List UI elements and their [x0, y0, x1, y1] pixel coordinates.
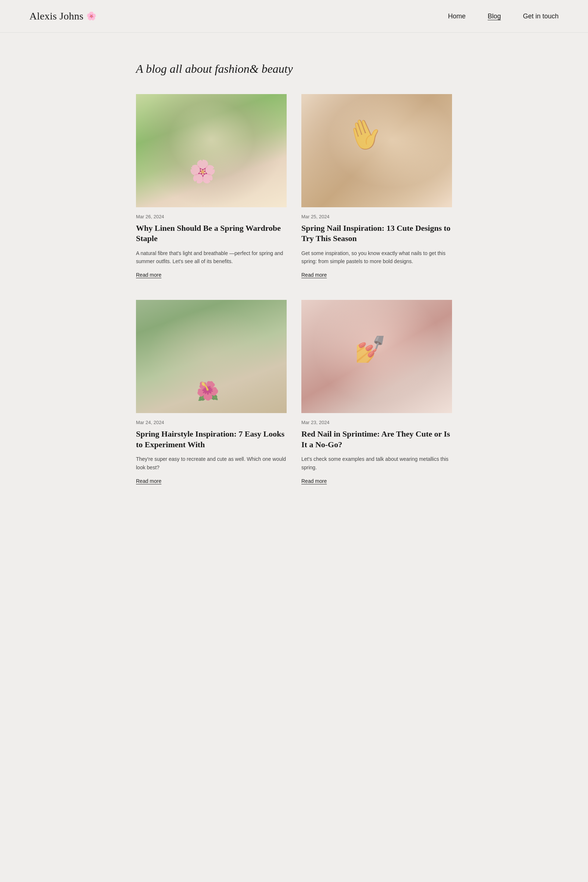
post-3-image	[136, 300, 286, 413]
post-4-date: Mar 23, 2024	[302, 420, 452, 425]
post-3-excerpt: They're super easy to recreate and cute …	[136, 455, 286, 471]
site-header: Alexis Johns 🌸 Home Blog Get in touch	[0, 0, 588, 33]
post-3-read-more[interactable]: Read more	[136, 478, 286, 484]
post-4-excerpt: Let's check some examples and talk about…	[302, 455, 452, 471]
post-1-excerpt: A natural fibre that's light and breatha…	[136, 249, 286, 266]
post-1-title: Why Linen Should Be a Spring Wardrobe St…	[136, 223, 286, 244]
nav-contact[interactable]: Get in touch	[523, 12, 559, 20]
post-2-image	[302, 94, 452, 207]
post-4-image	[302, 300, 452, 413]
main-content: A blog all about fashion& beauty Mar 26,…	[129, 33, 459, 513]
blog-card-4: Mar 23, 2024 Red Nail in Sprintime: Are …	[302, 300, 452, 484]
post-1-date: Mar 26, 2024	[136, 214, 286, 219]
blog-card-2: Mar 25, 2024 Spring Nail Inspiration: 13…	[302, 94, 452, 278]
post-1-image	[136, 94, 286, 207]
post-2-read-more[interactable]: Read more	[302, 272, 452, 278]
post-4-read-more[interactable]: Read more	[302, 478, 452, 484]
blog-card-3: Mar 24, 2024 Spring Hairstyle Inspiratio…	[136, 300, 286, 484]
post-4-title: Red Nail in Sprintime: Are They Cute or …	[302, 429, 452, 450]
page-subtitle: A blog all about fashion& beauty	[136, 62, 452, 76]
flower-icon: 🌸	[86, 11, 96, 21]
blog-card-1: Mar 26, 2024 Why Linen Should Be a Sprin…	[136, 94, 286, 278]
site-title: Alexis Johns 🌸	[29, 10, 97, 22]
nav-home[interactable]: Home	[448, 12, 466, 20]
post-3-title: Spring Hairstyle Inspiration: 7 Easy Loo…	[136, 429, 286, 450]
site-name: Alexis Johns	[29, 10, 83, 22]
post-1-read-more[interactable]: Read more	[136, 272, 286, 278]
main-nav: Home Blog Get in touch	[448, 12, 559, 20]
post-2-title: Spring Nail Inspiration: 13 Cute Designs…	[302, 223, 452, 244]
blog-grid: Mar 26, 2024 Why Linen Should Be a Sprin…	[136, 94, 452, 484]
post-2-excerpt: Get some inspiration, so you know exactl…	[302, 249, 452, 266]
post-3-date: Mar 24, 2024	[136, 420, 286, 425]
nav-blog[interactable]: Blog	[488, 12, 501, 20]
post-2-date: Mar 25, 2024	[302, 214, 452, 219]
